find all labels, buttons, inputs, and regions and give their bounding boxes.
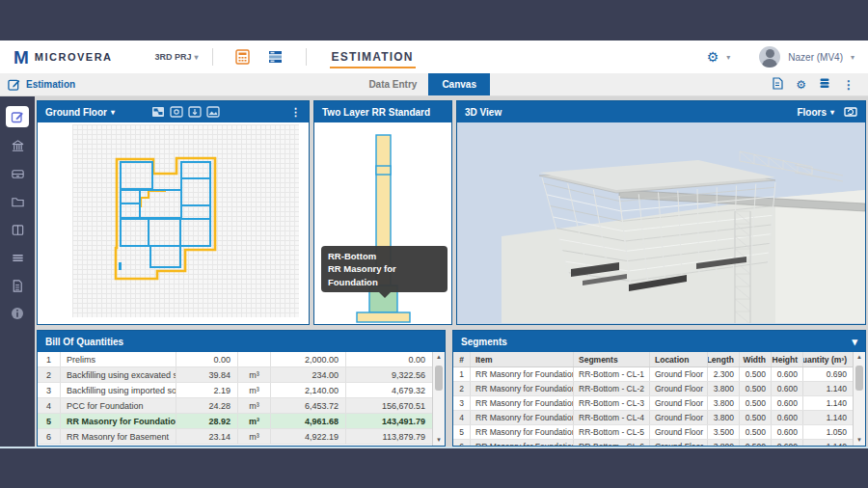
segments-column-header[interactable]: Segments: [573, 352, 649, 366]
sidebar-item-info[interactable]: [7, 304, 28, 323]
segments-row[interactable]: 1RR Masonry for FoundationRR-Bottom - CL…: [453, 367, 853, 382]
boq-cell: 4,922.19: [270, 429, 345, 444]
section-panel: Two Layer RR Standard RR-Bottom: [313, 100, 452, 325]
boq-panel-header: Bill Of Quantities: [38, 331, 445, 352]
segments-row[interactable]: 6RR Masonry for FoundationRR-Bottom - CL…: [453, 440, 853, 446]
boq-cell: m³: [237, 414, 270, 428]
canvas-settings-gear-icon[interactable]: ⚙: [796, 78, 806, 92]
floors-dropdown[interactable]: Floors ▾: [797, 107, 834, 118]
database-icon[interactable]: [819, 77, 830, 93]
segments-cell: 1.140: [802, 411, 853, 424]
boq-cell: Backfilling using excavated soil: [61, 367, 176, 382]
three-d-viewport[interactable]: [457, 122, 865, 324]
breadcrumb[interactable]: Estimation: [0, 73, 75, 95]
collapse-chevron-icon[interactable]: ▾: [852, 336, 857, 348]
segments-column-header[interactable]: Location: [649, 352, 707, 366]
scroll-thumb[interactable]: [855, 366, 863, 391]
three-d-panel-title: 3D View: [465, 107, 502, 118]
segments-row[interactable]: 3RR Masonry for FoundationRR-Bottom - CL…: [453, 396, 853, 411]
floor-plan-canvas[interactable]: [38, 122, 309, 324]
segments-scrollbar[interactable]: ▲ ▼: [853, 352, 865, 446]
report-document-icon[interactable]: [772, 77, 783, 93]
chevron-down-icon[interactable]: ▾: [111, 108, 115, 117]
boq-row[interactable]: 1Prelims0.002,000.000.00: [38, 352, 432, 367]
project-selector-label: 3RD PRJ: [155, 52, 192, 62]
more-options-kebab-icon[interactable]: ⋮: [843, 78, 854, 92]
tab-data-entry[interactable]: Data Entry: [357, 73, 428, 95]
sidebar-item-storage[interactable]: [7, 164, 28, 183]
section-canvas[interactable]: RR-Bottom RR Masonry for Foundation: [314, 122, 451, 324]
segments-cell: RR Masonry for Foundation: [471, 382, 573, 395]
boq-row[interactable]: 2Backfilling using excavated soil39.84m³…: [38, 367, 432, 383]
project-selector[interactable]: 3RD PRJ ▾: [155, 52, 199, 62]
segments-column-header[interactable]: Quantity (m³): [802, 352, 853, 366]
sidebar-item-menu[interactable]: [7, 248, 28, 267]
snapshot-image-icon[interactable]: [206, 106, 220, 118]
segments-cell: Ground Floor: [649, 382, 707, 395]
boq-cell: m³: [237, 398, 270, 413]
segments-column-header[interactable]: #: [453, 352, 471, 366]
segments-cell: 0.600: [771, 425, 802, 439]
segments-row[interactable]: 5RR Masonry for FoundationRR-Bottom - CL…: [453, 425, 853, 440]
segments-column-header[interactable]: Length: [707, 352, 739, 366]
three-d-panel: 3D View Floors ▾: [456, 100, 866, 325]
sidebar-item-library[interactable]: [7, 220, 28, 239]
segments-row[interactable]: 4RR Masonry for FoundationRR-Bottom - CL…: [453, 411, 853, 425]
segments-cell: RR Masonry for Foundation: [471, 440, 573, 446]
user-menu-chevron-icon[interactable]: ▾: [851, 53, 854, 62]
boq-scrollbar[interactable]: ▲ ▼: [432, 352, 445, 446]
left-sidebar: [0, 96, 35, 447]
boq-cell: 2.19: [176, 383, 237, 397]
sidebar-item-files[interactable]: [7, 192, 28, 211]
calculator-icon[interactable]: [234, 49, 252, 65]
tab-canvas[interactable]: Canvas: [428, 73, 490, 95]
module-title: ESTIMATION: [330, 46, 416, 68]
segments-cell: 0.500: [739, 382, 771, 395]
segments-cell: RR-Bottom - CL-4: [573, 411, 649, 424]
panel-kebab-icon[interactable]: ⋮: [290, 106, 301, 119]
segments-table: #ItemSegmentsLocationLengthWidthHeightQu…: [453, 352, 853, 446]
sidebar-item-reports[interactable]: [7, 276, 28, 295]
boq-row[interactable]: 3Backfilling using imported soil2.19m³2,…: [38, 383, 432, 398]
boq-cell: 113,879.79: [345, 429, 432, 444]
select-region-icon[interactable]: [170, 106, 183, 118]
boq-cell: 2,140.00: [270, 383, 345, 397]
segments-column-header[interactable]: Width: [739, 352, 771, 366]
user-avatar[interactable]: [759, 46, 780, 68]
segments-cell: 1.140: [802, 440, 853, 446]
boq-row[interactable]: 4PCC for Foundation24.28m³6,453.72156,67…: [38, 398, 432, 414]
boq-cell: Prelims: [61, 352, 176, 366]
download-icon[interactable]: [188, 106, 202, 118]
segments-table-body: 1RR Masonry for FoundationRR-Bottom - CL…: [453, 367, 853, 446]
floor-selector[interactable]: Ground Floor: [45, 107, 107, 118]
chevron-down-icon[interactable]: ▾: [726, 53, 730, 62]
fit-view-icon[interactable]: [151, 106, 165, 118]
boq-cell: 23.14: [176, 429, 237, 444]
scroll-down-arrow-icon[interactable]: ▼: [854, 435, 865, 446]
boq-cell: 6,453.72: [270, 398, 345, 413]
segments-column-header[interactable]: Height: [771, 352, 802, 366]
segments-column-header[interactable]: Item: [471, 352, 573, 366]
app-header: M MICROVERA 3RD PRJ ▾ ESTIMATION ⚙ ▾ Naz…: [0, 41, 868, 73]
settings-gear-icon[interactable]: ⚙: [707, 49, 719, 65]
boq-list-icon[interactable]: [267, 49, 285, 65]
boq-row[interactable]: 6RR Masonry for Basement23.14m³4,922.191…: [38, 429, 432, 445]
reset-view-icon[interactable]: [844, 106, 857, 118]
segments-row[interactable]: 2RR Masonry for FoundationRR-Bottom - CL…: [453, 382, 853, 396]
boq-cell: RR Masonry for Foundation: [61, 414, 176, 428]
boq-cell: 156,670.51: [345, 398, 432, 413]
sidebar-item-projects[interactable]: [7, 136, 28, 155]
scroll-up-arrow-icon[interactable]: ▲: [854, 352, 865, 363]
segments-cell: RR Masonry for Foundation: [471, 396, 573, 410]
workspace: Ground Floor ▾ ⋮: [0, 96, 868, 448]
scroll-up-arrow-icon[interactable]: ▲: [433, 352, 445, 363]
sidebar-item-estimation-edit[interactable]: [6, 106, 29, 127]
segments-cell: 0.600: [771, 411, 802, 424]
boq-row[interactable]: 5RR Masonry for Foundation28.92m³4,961.6…: [38, 414, 432, 429]
scroll-down-arrow-icon[interactable]: ▼: [433, 435, 445, 446]
three-d-panel-header: 3D View Floors ▾: [457, 101, 865, 122]
microvera-logo-icon: M: [14, 48, 29, 67]
segments-cell: 1.140: [802, 382, 853, 395]
scroll-thumb[interactable]: [435, 366, 443, 391]
segments-cell: 0.690: [802, 367, 853, 381]
